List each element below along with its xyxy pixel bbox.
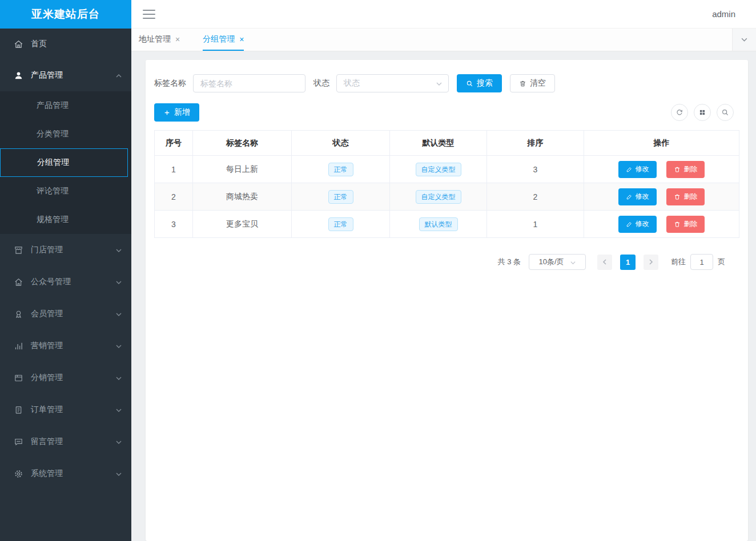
chevron-down-icon <box>570 259 576 265</box>
sidebar-item-label: 首页 <box>31 39 122 49</box>
clear-button-label: 清空 <box>530 78 546 88</box>
products-submenu: 产品管理 分类管理 分组管理 评论管理 规格管理 <box>0 91 131 234</box>
cell-no: 2 <box>155 183 193 211</box>
search-form: 标签名称 状态 状态 搜索 清空 <box>154 74 739 92</box>
chevron-down-icon <box>115 247 122 253</box>
sidebar-item-home[interactable]: 首页 <box>0 29 131 59</box>
user-icon <box>14 71 23 80</box>
tab-bar: 地址管理 × 分组管理 × <box>131 29 756 51</box>
house-icon <box>14 277 23 287</box>
status-select-placeholder: 状态 <box>344 78 360 88</box>
name-field-label: 标签名称 <box>154 78 186 88</box>
trash-icon <box>674 193 681 200</box>
sidebar-item-label: 会员管理 <box>31 309 115 319</box>
status-badge: 正常 <box>328 190 353 204</box>
edit-button-label: 修改 <box>636 219 649 229</box>
sidebar-item-products[interactable]: 产品管理 <box>0 59 131 91</box>
chevron-down-icon <box>115 438 122 445</box>
medal-icon <box>14 309 23 319</box>
sidebar-item-marketing[interactable]: 营销管理 <box>0 330 131 362</box>
status-badge: 正常 <box>328 217 353 231</box>
add-button[interactable]: 新增 <box>154 103 199 122</box>
sidebar-subitem-product-mgmt[interactable]: 产品管理 <box>0 91 131 120</box>
sidebar-item-label: 门店管理 <box>31 245 115 255</box>
refresh-button[interactable] <box>671 104 688 121</box>
user-menu[interactable]: admin <box>712 9 735 19</box>
search-icon <box>721 108 729 116</box>
sidebar-item-label: 订单管理 <box>31 405 115 415</box>
sidebar-item-members[interactable]: 会员管理 <box>0 298 131 330</box>
app-logo-title: 亚米建站后台 <box>0 0 131 29</box>
edit-button[interactable]: 修改 <box>618 216 657 233</box>
sidebar-item-official-account[interactable]: 公众号管理 <box>0 266 131 298</box>
hamburger-menu-icon[interactable] <box>143 10 155 19</box>
table-tools <box>671 104 734 121</box>
search-button[interactable]: 搜索 <box>457 74 502 92</box>
tab-group-mgmt[interactable]: 分组管理 × <box>203 29 244 51</box>
goto-page-input[interactable] <box>690 254 713 270</box>
sidebar-item-messages[interactable]: 留言管理 <box>0 426 131 458</box>
sidebar-item-orders[interactable]: 订单管理 <box>0 394 131 426</box>
column-header-no: 序号 <box>155 131 193 156</box>
clear-button[interactable]: 清空 <box>510 74 555 92</box>
column-header-sort: 排序 <box>487 131 584 156</box>
type-badge: 默认类型 <box>419 217 458 231</box>
cell-name: 更多宝贝 <box>193 211 292 238</box>
delete-button[interactable]: 删除 <box>666 161 705 178</box>
delete-button-label: 删除 <box>683 192 697 201</box>
trash-icon <box>674 221 681 228</box>
table-row: 1 每日上新 正常 自定义类型 3 修改 删除 <box>155 156 739 183</box>
toggle-search-button[interactable] <box>717 104 734 121</box>
type-badge: 自定义类型 <box>416 190 461 204</box>
edit-button[interactable]: 修改 <box>618 188 657 205</box>
name-search-input[interactable] <box>193 74 305 92</box>
search-icon <box>466 80 473 87</box>
sidebar-item-label: 分销管理 <box>31 373 115 383</box>
chevron-down-icon <box>436 80 443 87</box>
tab-overflow-button[interactable] <box>732 29 756 51</box>
status-select[interactable]: 状态 <box>336 74 449 92</box>
bar-chart-icon <box>14 341 23 351</box>
topbar: admin <box>131 0 756 29</box>
search-button-label: 搜索 <box>477 78 493 88</box>
main-area: admin 地址管理 × 分组管理 × 标签名称 状态 <box>131 0 756 541</box>
sidebar-item-distribution[interactable]: 分销管理 <box>0 362 131 394</box>
table-row: 2 商城热卖 正常 自定义类型 2 修改 删除 <box>155 183 739 211</box>
sidebar-subitem-category-mgmt[interactable]: 分类管理 <box>0 120 131 148</box>
store-icon <box>14 245 23 255</box>
chevron-right-icon <box>648 259 654 265</box>
tab-address-mgmt[interactable]: 地址管理 × <box>139 29 180 51</box>
home-icon <box>14 39 23 49</box>
table-toolbar: 新增 <box>154 103 739 122</box>
column-settings-button[interactable] <box>694 104 711 121</box>
page-number-button[interactable]: 1 <box>620 255 636 270</box>
close-icon[interactable]: × <box>239 35 244 43</box>
page-size-select[interactable]: 10条/页 <box>529 254 586 270</box>
chevron-up-icon <box>115 72 122 79</box>
sidebar-subitem-spec-mgmt[interactable]: 规格管理 <box>0 205 131 234</box>
gear-icon <box>14 469 23 479</box>
pencil-icon <box>626 221 633 228</box>
prev-page-button[interactable] <box>597 255 612 270</box>
delete-button[interactable]: 删除 <box>666 216 705 233</box>
edit-button[interactable]: 修改 <box>618 161 657 178</box>
sidebar-item-system[interactable]: 系统管理 <box>0 458 131 490</box>
chevron-down-icon <box>115 374 122 381</box>
next-page-button[interactable] <box>644 255 658 270</box>
trash-icon <box>519 80 526 87</box>
cell-sort: 3 <box>487 156 584 183</box>
sidebar-subitem-group-mgmt[interactable]: 分组管理 <box>0 148 128 177</box>
sidebar-menu: 首页 产品管理 产品管理 分类管理 分组管理 评论管理 规格管理 门店管理 <box>0 29 131 541</box>
sidebar-item-label: 系统管理 <box>31 469 115 479</box>
cell-sort: 2 <box>487 183 584 211</box>
chevron-down-icon <box>741 36 748 43</box>
sidebar-item-label: 公众号管理 <box>31 277 115 287</box>
plus-icon <box>163 109 171 116</box>
table-header-row: 序号 标签名称 状态 默认类型 排序 操作 <box>155 131 739 156</box>
content-card: 标签名称 状态 状态 搜索 清空 <box>146 60 748 541</box>
delete-button[interactable]: 删除 <box>666 188 705 205</box>
sidebar-item-stores[interactable]: 门店管理 <box>0 234 131 266</box>
sidebar-subitem-comment-mgmt[interactable]: 评论管理 <box>0 177 131 205</box>
groups-table: 序号 标签名称 状态 默认类型 排序 操作 1 每日上新 正常 自定义类型 3 <box>154 130 739 238</box>
close-icon[interactable]: × <box>175 35 180 43</box>
